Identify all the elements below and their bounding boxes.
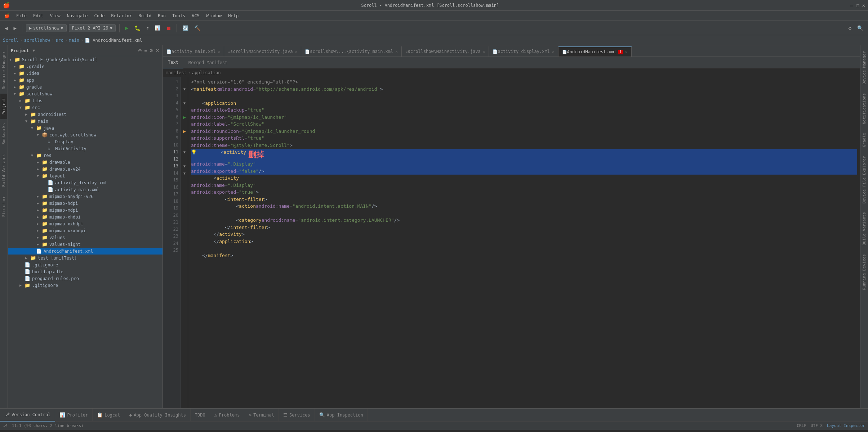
run-indicator-icon[interactable]: ▶ — [183, 114, 186, 120]
editor-tab[interactable]: ☕ scroll\MainActivity.java✕ — [224, 46, 301, 57]
structure-tab[interactable]: Structure — [0, 191, 7, 221]
tree-item[interactable]: 📄.gitignore — [8, 261, 163, 268]
tab-close-button[interactable]: ✕ — [395, 49, 398, 54]
tree-item[interactable]: ☕MainActivity — [8, 145, 163, 152]
editor-tab[interactable]: 📄 AndroidManifest.xml1✕ — [558, 46, 632, 57]
gutter-marker[interactable]: ▼ — [181, 100, 188, 107]
notifications-tab[interactable]: Notifications — [861, 89, 868, 129]
tree-item[interactable]: ▶📁values-night — [8, 241, 163, 248]
bottom-tab-todo[interactable]: TODO — [191, 409, 210, 422]
menu-item-tools[interactable]: Tools — [169, 13, 188, 19]
manifest-tab-text[interactable]: Text — [163, 57, 183, 68]
menu-item-code[interactable]: Code — [92, 13, 108, 19]
tab-close-button[interactable]: ✕ — [295, 49, 297, 54]
tree-item[interactable]: ▶📁drawable-v24 — [8, 166, 163, 172]
tree-item[interactable]: ▶📁mipmap-xxhdpi — [8, 220, 163, 227]
breadcrumb-scroll[interactable]: Scroll — [3, 38, 18, 43]
bottom-tab-services[interactable]: ☲Services — [279, 409, 315, 422]
tree-item[interactable]: ▶📁mipmap-xhdpi — [8, 213, 163, 220]
menu-item-run[interactable]: Run — [155, 13, 169, 19]
tree-item[interactable]: ▶📁mipmap-mdpi — [8, 207, 163, 213]
resource-manager-tab[interactable]: Resource Manager — [0, 47, 7, 94]
menu-item-navigate[interactable]: Navigate — [64, 13, 91, 19]
debug-button[interactable]: 🐛 — [133, 24, 142, 32]
build-variants-tab[interactable]: Build Variants — [0, 149, 7, 191]
navigate-back-button[interactable]: ◀ — [3, 24, 9, 32]
menu-item-vcs[interactable]: VCS — [189, 13, 202, 19]
bottom-tab-app-quality-insights[interactable]: ◆App Quality Insights — [125, 409, 191, 422]
tree-item[interactable]: ▶📁.gradle — [8, 63, 163, 70]
gutter-marker[interactable]: ▼ — [181, 163, 188, 170]
tree-item[interactable]: ▶📁test [unitTest] — [8, 255, 163, 261]
editor-tab[interactable]: ☕ scrollshow\MainActivity.java✕ — [402, 46, 489, 57]
tab-close-button[interactable]: ✕ — [483, 49, 485, 54]
build-button[interactable]: 🔨 — [192, 24, 202, 32]
sync-button[interactable]: 🔄 — [181, 24, 190, 32]
menu-item-refactor[interactable]: Refactor — [108, 13, 135, 19]
tree-item[interactable]: ▼📁scrollshow — [8, 90, 163, 97]
gutter-marker[interactable]: ▶ — [181, 128, 188, 135]
maximize-button[interactable]: ❐ — [856, 3, 859, 8]
run-config-dropdown[interactable]: ▶ scrollshow ▼ — [26, 24, 67, 32]
menu-item-help[interactable]: Help — [225, 13, 241, 19]
running-devices-tab[interactable]: Running Devices — [861, 250, 868, 294]
tree-item[interactable]: ▶📁.gitignore — [8, 282, 163, 289]
tree-item[interactable]: ▶📁gradle — [8, 84, 163, 90]
editor-tab[interactable]: 📄 scrollshow\...\activity_main.xml✕ — [301, 46, 402, 57]
editor-tab[interactable]: 📄 activity_main.xml✕ — [163, 46, 224, 57]
coverage-button[interactable]: ☂ — [144, 24, 151, 32]
run-indicator-orange-icon[interactable]: ▶ — [183, 129, 186, 134]
menu-item-build[interactable]: Build — [135, 13, 154, 19]
project-hide-button[interactable]: ✕ — [156, 48, 160, 53]
tree-item[interactable]: ▼📁java — [8, 125, 163, 131]
menu-item-edit[interactable]: Edit — [30, 13, 46, 19]
manifest-tab-merged[interactable]: Merged Manifest — [183, 57, 232, 68]
tree-item[interactable]: ▼📁res — [8, 152, 163, 159]
tree-item[interactable]: ▶📁.idea — [8, 70, 163, 77]
device-manager-tab[interactable]: Device Manager — [861, 47, 868, 89]
tree-item[interactable]: 📄build.gradle — [8, 268, 163, 275]
menu-item-file[interactable]: File — [13, 13, 30, 19]
code-content[interactable]: <?xml version="1.0" encoding="utf-8"?><m… — [188, 77, 860, 408]
tree-item[interactable]: ▶📁app — [8, 77, 163, 84]
profile-button[interactable]: 📊 — [153, 24, 162, 32]
project-dropdown-arrow[interactable]: ▼ — [33, 48, 35, 53]
minimize-button[interactable]: — — [850, 3, 853, 8]
tree-item[interactable]: ☕Display — [8, 138, 163, 145]
tree-item[interactable]: ▶📁libs — [8, 97, 163, 104]
tree-item[interactable]: ▶📁androidTest — [8, 111, 163, 118]
tree-item[interactable]: ▶📁values — [8, 234, 163, 241]
tab-close-button[interactable]: ✕ — [552, 49, 555, 54]
tree-item[interactable]: ▶📁mipmap-anydpi-v26 — [8, 193, 163, 200]
tree-item[interactable]: ▶📁drawable — [8, 159, 163, 166]
breadcrumb-src[interactable]: src — [55, 38, 63, 43]
tree-item[interactable]: ▼📁Scroll E:\Code\Android\Scroll — [8, 56, 163, 63]
menu-item-window[interactable]: Window — [203, 13, 224, 19]
project-tab[interactable]: Project — [0, 94, 7, 119]
menu-item-view[interactable]: View — [47, 13, 63, 19]
warning-bulb-icon[interactable]: 💡 — [191, 149, 197, 161]
bottom-tab-terminal[interactable]: >Terminal — [244, 409, 279, 422]
status-encoding[interactable]: UTF-8 — [811, 423, 823, 428]
project-collapse-button[interactable]: ≡ — [144, 48, 147, 53]
gutter-marker[interactable]: ▼ — [181, 86, 188, 93]
tree-item[interactable]: 📄proguard-rules.pro — [8, 275, 163, 282]
tree-item[interactable]: ▶📁mipmap-hdpi — [8, 200, 163, 207]
bottom-tab-profiler[interactable]: 📊Profiler — [55, 409, 93, 422]
gradle-tab[interactable]: Gradle — [861, 129, 868, 152]
build-variants-right-tab[interactable]: Build Variants — [861, 208, 868, 250]
settings-button[interactable]: ⚙ — [847, 24, 853, 32]
stop-button[interactable]: ⏹ — [164, 24, 173, 32]
breadcrumb-scrollshow[interactable]: scrollshow — [24, 38, 50, 43]
bottom-tab-version-control[interactable]: ⎇Version Control — [0, 409, 55, 422]
project-locate-button[interactable]: ⊕ — [138, 48, 142, 53]
tree-item[interactable]: ▼📁main — [8, 118, 163, 125]
editor-tab[interactable]: 📄 activity_display.xml✕ — [489, 46, 558, 57]
tab-close-button[interactable]: ✕ — [625, 50, 628, 54]
menu-item-[interactable]: 🍎 — [1, 13, 13, 19]
gutter-marker[interactable]: ▼ — [181, 149, 188, 156]
navigate-forward-button[interactable]: ▶ — [12, 24, 18, 32]
gutter-marker[interactable]: ▼ — [181, 170, 188, 177]
status-crlf[interactable]: CRLF — [797, 423, 806, 428]
tree-item[interactable]: 📄activity_main.xml — [8, 186, 163, 193]
